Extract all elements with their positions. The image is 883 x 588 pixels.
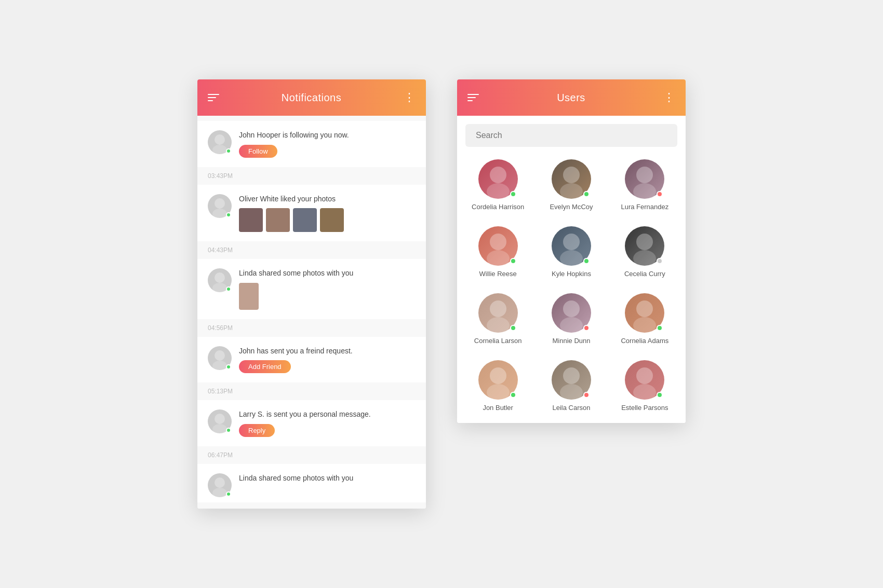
svg-point-2 [215, 198, 225, 209]
notification-item: Linda shared some photos with you [197, 259, 426, 319]
user-name: Cornelia Adams [621, 337, 668, 346]
notification-time: 03:43PM [197, 168, 426, 185]
status-indicator [226, 148, 231, 154]
svg-point-24 [490, 300, 506, 317]
avatar [208, 268, 232, 292]
users-header: Users ⋮ [457, 79, 686, 116]
more-icon[interactable]: ⋮ [663, 91, 675, 104]
user-name: Leila Carson [552, 404, 590, 413]
status-indicator [657, 191, 663, 197]
user-avatar [478, 226, 518, 266]
svg-point-22 [636, 234, 653, 250]
svg-point-35 [633, 384, 656, 400]
photo-thumb [266, 208, 290, 232]
user-cell[interactable]: Evelyn McCoy [539, 159, 604, 212]
notifications-list: John Hooper is following you now. Follow… [197, 116, 426, 509]
svg-point-28 [636, 300, 653, 317]
user-avatar [552, 293, 591, 333]
menu-icon[interactable] [467, 94, 479, 101]
menu-icon[interactable] [208, 94, 219, 101]
status-indicator [657, 258, 663, 264]
user-name: Estelle Parsons [621, 404, 668, 413]
svg-point-7 [212, 361, 227, 370]
notification-content: Linda shared some photos with you [239, 473, 416, 488]
notification-time: 04:43PM [197, 242, 426, 259]
svg-point-25 [487, 317, 510, 333]
svg-point-30 [490, 367, 506, 384]
user-avatar [478, 360, 518, 400]
photo-thumbnails [239, 208, 416, 232]
user-name: Jon Butler [483, 404, 513, 413]
status-indicator [226, 212, 231, 217]
user-cell[interactable]: Cornelia Larson [465, 293, 530, 346]
notifications-screen: Notifications ⋮ John Hooper is following… [197, 79, 426, 509]
users-content: Cordelia Harrison Evelyn McCoy [457, 116, 686, 423]
svg-point-27 [560, 317, 583, 333]
notification-content: John Hooper is following you now. Follow [239, 130, 416, 158]
avatar [208, 473, 232, 497]
user-cell[interactable]: Kyle Hopkins [539, 226, 604, 279]
svg-point-1 [212, 145, 227, 154]
search-input[interactable] [476, 131, 667, 140]
status-indicator [583, 392, 590, 398]
user-avatar [625, 293, 664, 333]
user-name: Lura Fernandez [621, 203, 668, 212]
reply-button[interactable]: Reply [239, 424, 275, 437]
svg-point-31 [487, 384, 510, 400]
user-cell[interactable]: Minnie Dunn [539, 293, 604, 346]
notification-text: John has sent you a freind request. [239, 346, 416, 357]
user-cell[interactable]: Leila Carson [539, 360, 604, 413]
user-name: Cornelia Larson [474, 337, 522, 346]
svg-point-10 [215, 477, 225, 488]
svg-point-29 [633, 317, 656, 333]
status-indicator [510, 191, 516, 197]
svg-point-21 [560, 250, 583, 266]
user-avatar [625, 159, 664, 199]
notifications-header: Notifications ⋮ [197, 79, 426, 116]
svg-point-6 [215, 350, 225, 361]
svg-point-20 [563, 234, 580, 250]
notification-item: Larry S. is sent you a personal message.… [197, 400, 426, 446]
add-friend-button[interactable]: Add Friend [239, 360, 291, 373]
notification-text: Linda shared some photos with you [239, 473, 416, 484]
avatar [208, 346, 232, 370]
user-name: Cecelia Curry [624, 270, 665, 279]
notification-content: Oliver White liked your photos [239, 194, 416, 233]
status-indicator [226, 428, 231, 433]
user-cell[interactable]: Estelle Parsons [612, 360, 677, 413]
svg-point-8 [215, 414, 225, 424]
search-bar[interactable] [465, 124, 677, 147]
user-cell[interactable]: Cecelia Curry [612, 226, 677, 279]
svg-point-15 [560, 183, 583, 199]
notification-time: 06:47PM [197, 447, 426, 464]
notification-item: John Hooper is following you now. Follow [197, 121, 426, 167]
status-indicator [510, 325, 516, 331]
notifications-title: Notifications [282, 92, 341, 104]
user-name: Evelyn McCoy [550, 203, 593, 212]
user-cell[interactable]: Cordelia Harrison [465, 159, 530, 212]
user-cell[interactable]: Jon Butler [465, 360, 530, 413]
avatar [208, 130, 232, 154]
users-grid: Cordelia Harrison Evelyn McCoy [465, 159, 677, 413]
status-indicator [657, 392, 663, 398]
svg-point-34 [636, 367, 653, 384]
status-indicator [583, 325, 590, 331]
status-indicator [226, 286, 231, 292]
avatar [208, 194, 232, 218]
user-cell[interactable]: Cornelia Adams [612, 293, 677, 346]
status-indicator [583, 191, 590, 197]
svg-point-12 [490, 167, 506, 183]
photo-thumbnails [239, 283, 416, 310]
user-avatar [478, 293, 518, 333]
screens-container: Notifications ⋮ John Hooper is following… [197, 79, 686, 509]
svg-point-4 [215, 272, 225, 283]
follow-button[interactable]: Follow [239, 145, 277, 158]
user-avatar [552, 360, 591, 400]
svg-point-14 [563, 167, 580, 183]
user-cell[interactable]: Lura Fernandez [612, 159, 677, 212]
more-icon[interactable]: ⋮ [404, 91, 416, 104]
user-cell[interactable]: Willie Reese [465, 226, 530, 279]
svg-point-5 [212, 283, 227, 292]
user-avatar [552, 226, 591, 266]
user-name: Willie Reese [479, 270, 517, 279]
